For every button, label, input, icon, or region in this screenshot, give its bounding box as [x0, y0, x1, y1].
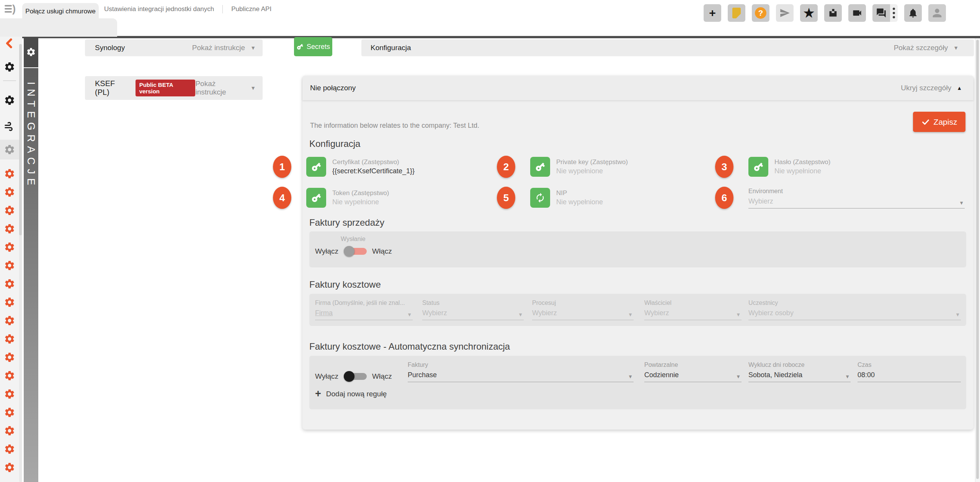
select-value: Wybierz osoby	[748, 308, 961, 318]
step-badge: 2	[497, 156, 515, 178]
private-key-button[interactable]	[530, 157, 550, 177]
config-field-nip: 5 NIP Nie wypełnione	[497, 187, 603, 209]
add-rule-button[interactable]: + Dodaj nową regułę	[315, 389, 387, 399]
toggle-on-label: Włącz	[372, 372, 392, 381]
chevron-up-icon[interactable]: ▲	[957, 85, 962, 91]
integration-name: KSEF (PL)	[95, 79, 129, 97]
step-badge: 5	[497, 187, 515, 209]
input-label: Czas	[858, 361, 961, 369]
field-value: Nie wypełnione	[774, 166, 830, 176]
secrets-button[interactable]: Secrets	[294, 37, 332, 56]
tab-public-api[interactable]: Publiczne API	[231, 5, 271, 13]
sales-send-toggle[interactable]	[344, 246, 367, 257]
left-sidebar	[0, 18, 22, 482]
integrations-rail-header[interactable]	[24, 37, 38, 67]
field-label: Token (Zastępstwo)	[332, 189, 389, 197]
integration-gear-icon[interactable]	[0, 458, 19, 477]
recurrence-select[interactable]: Powtarzalne Codziennie ▼	[644, 361, 742, 382]
chevron-down-icon[interactable]: ▼	[250, 85, 256, 91]
page-scrollbar-thumb[interactable]	[976, 40, 979, 479]
synology-row: Synology Pokaż instrukcje ▼	[85, 39, 263, 56]
environment-select[interactable]: Environment Wybierz ▼	[748, 187, 965, 208]
sync-toggle[interactable]	[344, 371, 367, 382]
tab-band	[0, 18, 117, 37]
certificate-key-button[interactable]	[306, 157, 326, 177]
select-label: Firma (Domyślnie, jeśli nie znal...	[315, 299, 413, 307]
time-input[interactable]: Czas 08:00	[858, 361, 961, 382]
cost-box: Firma (Domyślnie, jeśli nie znal... Firm…	[309, 294, 966, 326]
token-key-button[interactable]	[306, 188, 326, 208]
key-icon	[535, 161, 546, 172]
chevron-down-icon: ▼	[628, 312, 633, 318]
config-field-certificate: 1 Certyfikat (Zastępstwo) {{secret:KsefC…	[273, 156, 415, 178]
send-button[interactable]	[776, 4, 794, 22]
ksef-row: KSEF (PL) Public BETA version Pokaż inst…	[85, 76, 263, 100]
sync-icon	[535, 192, 546, 203]
chevron-down-icon[interactable]: ▼	[953, 45, 959, 51]
more-options-button[interactable]	[890, 4, 898, 22]
owner-select[interactable]: Właściciel Wybierz ▼	[644, 299, 742, 320]
status-select[interactable]: Status Wybierz ▼	[422, 299, 524, 320]
select-value: Codziennie	[644, 370, 742, 380]
tab-data-unit-integration-settings[interactable]: Ustawienia integracji jednostki danych	[104, 5, 214, 13]
notifications-button[interactable]	[904, 4, 922, 22]
upload-box-button[interactable]	[824, 4, 842, 22]
field-label: NIP	[556, 189, 603, 197]
integration-gear-icon[interactable]	[0, 385, 19, 403]
tab-separator	[222, 5, 223, 13]
password-key-button[interactable]	[748, 157, 768, 177]
tab-connect-cloud-services[interactable]: Połącz usługi chmurowe	[22, 3, 99, 20]
show-instructions-link[interactable]: Pokaż instrukcje	[192, 44, 245, 52]
integration-gear-icon[interactable]	[0, 164, 19, 183]
integration-gear-icon[interactable]	[0, 293, 19, 311]
nip-sync-button[interactable]	[530, 188, 550, 208]
process-select[interactable]: Procesuj Wybierz ▼	[532, 299, 634, 320]
help-button[interactable]: ?	[752, 4, 769, 22]
account-button[interactable]	[928, 4, 946, 22]
video-button[interactable]	[848, 4, 866, 22]
key-icon	[311, 161, 322, 172]
select-value: Purchase	[408, 370, 634, 380]
key-icon	[311, 192, 322, 203]
notes-button[interactable]	[728, 4, 745, 22]
integration-gear-icon[interactable]	[0, 220, 19, 238]
integration-gear-icon[interactable]	[0, 348, 19, 366]
invoices-select[interactable]: Faktury Purchase ▼	[408, 361, 634, 382]
exclude-days-select[interactable]: Wyklucz dni robocze Sobota, Niedziela ▼	[748, 361, 851, 382]
favorites-button[interactable]: ★	[800, 4, 818, 22]
integration-gear-icon[interactable]	[0, 422, 19, 440]
integration-gear-icon[interactable]	[0, 275, 19, 293]
sidebar-item-flow[interactable]	[0, 117, 19, 135]
sidebar-item-settings-2[interactable]	[0, 91, 19, 109]
paper-plane-icon	[779, 8, 790, 18]
save-button[interactable]: Zapisz	[913, 112, 965, 132]
select-value: Wybierz	[644, 308, 742, 318]
integration-gear-icon[interactable]	[0, 403, 19, 422]
hide-details-link[interactable]: Ukryj szczegóły	[901, 84, 951, 92]
participants-select[interactable]: Uczestnicy Wybierz osoby ▼	[748, 299, 961, 320]
integration-gear-icon[interactable]	[0, 311, 19, 330]
integration-gear-icon[interactable]	[0, 183, 19, 201]
add-button[interactable]: +	[704, 4, 721, 22]
sidebar-item-integrations-active[interactable]	[0, 140, 19, 159]
menu-collapse-icon[interactable]: )	[5, 5, 16, 13]
integration-gear-icon[interactable]	[0, 366, 19, 385]
select-value: Wybierz	[532, 308, 634, 318]
integration-gear-icon[interactable]	[0, 201, 19, 220]
integration-gear-icon[interactable]	[0, 238, 19, 256]
chevron-down-icon[interactable]: ▼	[250, 45, 256, 51]
show-instructions-link[interactable]: Pokaż instrukcje	[195, 80, 245, 96]
sync-section-title: Faktury kosztowe - Automatyczna synchron…	[309, 341, 510, 352]
sales-section-title: Faktury sprzedaży	[309, 217, 384, 228]
show-details-link[interactable]: Pokaż szczegóły	[894, 44, 948, 52]
integration-gear-icon[interactable]	[0, 440, 19, 458]
chat-button[interactable]	[872, 4, 890, 22]
secrets-label: Secrets	[307, 43, 330, 51]
integrations-rail-bar: INTEGRACJE	[24, 68, 38, 482]
company-select[interactable]: Firma (Domyślnie, jeśli nie znal... Firm…	[315, 299, 413, 320]
integration-gear-icon[interactable]	[0, 256, 19, 275]
sidebar-item-settings-1[interactable]	[0, 58, 19, 76]
connection-status: Nie połączony	[310, 84, 356, 92]
sidebar-scrollbar-thumb[interactable]	[19, 44, 22, 235]
integration-gear-icon[interactable]	[0, 330, 19, 348]
